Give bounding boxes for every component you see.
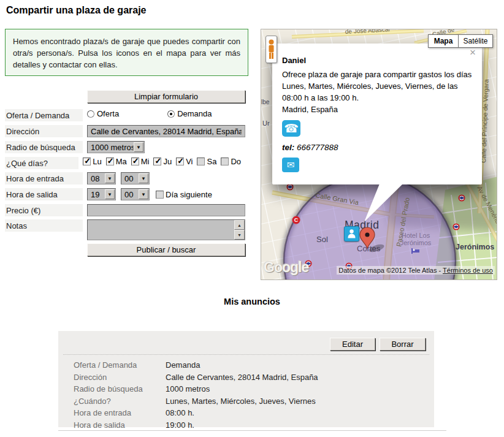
pegman-control[interactable]	[265, 36, 277, 63]
dia-siguiente-label: Día siguiente	[166, 190, 212, 199]
precio-input[interactable]	[87, 204, 245, 216]
oferta-radio[interactable]	[87, 110, 94, 118]
demanda-radio[interactable]	[167, 110, 175, 118]
svg-text:C: C	[294, 217, 299, 223]
que-dias-label: ¿Qué días?	[5, 157, 78, 169]
form-row: ¿Qué días? Lu Ma Mi Ju Vi Sa Do	[5, 157, 245, 169]
terms-link[interactable]: Términos de uso	[443, 267, 493, 274]
anuncio-row-value: Calle de Cervantes, 28014 Madrid, España	[166, 373, 318, 382]
publish-search-button[interactable]: Publicar / buscar	[87, 243, 245, 256]
google-map[interactable]: C de José Abascal Calle de Calle del Prí…	[261, 29, 497, 280]
dia-siguiente-checkbox[interactable]	[156, 191, 164, 199]
radio-busqueda-value: 1000 metros	[91, 143, 135, 152]
scrollbar[interactable]: ▲ ▼	[234, 220, 245, 240]
form-row: Precio (€)	[5, 204, 245, 216]
day-vi-label: Vi	[186, 157, 193, 166]
google-logo: Google	[264, 259, 308, 276]
place-label: Jerónimos	[456, 243, 494, 251]
day-lu-checkbox[interactable]	[83, 158, 91, 165]
page-title: Compartir una plaza de garaje	[6, 5, 147, 16]
anuncio-row-label: Radio de búsqueda	[74, 384, 166, 393]
anuncio-row-label: Hora de entrada	[74, 408, 166, 417]
day-do-label: Do	[231, 157, 241, 166]
info-window-body: Ofrece plaza de garaje para compartir ga…	[282, 69, 473, 104]
anuncio-row: DirecciónCalle de Cervantes, 28014 Madri…	[74, 371, 318, 384]
anuncio-row-value: Lunes, Martes, Miércoles, Jueves, Vierne…	[166, 397, 316, 406]
map-type-control: Mapa Satélite	[428, 34, 493, 48]
form-row: Hora de entrada 08 ▼ 00 ▼	[5, 172, 245, 184]
pegman-icon	[267, 39, 275, 60]
tel-label: tel:	[282, 143, 294, 152]
map-attribution: Datos de mapa ©2012 Tele Atlas - Término…	[337, 266, 495, 275]
attribution-text: Datos de mapa ©2012 Tele Atlas -	[338, 267, 443, 274]
map-type-mapa-button[interactable]: Mapa	[428, 34, 459, 48]
hora-entrada-hh-select[interactable]: 08 ▼	[87, 172, 116, 184]
direccion-input[interactable]	[87, 125, 245, 137]
map-type-satelite-button[interactable]: Satélite	[459, 34, 493, 48]
email-icon[interactable]: ✉	[282, 158, 299, 172]
hora-entrada-mm-value: 00	[124, 174, 133, 183]
chevron-down-icon[interactable]: ▼	[134, 142, 143, 152]
day-vi-checkbox[interactable]	[176, 158, 184, 165]
form-row: Oferta / Demanda Oferta Demanda	[5, 109, 245, 121]
close-icon[interactable]: ×	[470, 47, 476, 58]
anuncio-row-value: Demanda	[166, 360, 200, 370]
anuncio-row-label: Oferta / Demanda	[74, 360, 166, 370]
hora-salida-mm-value: 00	[124, 190, 133, 199]
radio-busqueda-label: Radio de búsqueda	[5, 141, 83, 153]
street-label: lbe	[261, 99, 270, 105]
offer-marker[interactable]	[344, 226, 359, 241]
day-lu-label: Lu	[93, 157, 101, 166]
day-ju-checkbox[interactable]	[153, 158, 161, 165]
scroll-down-icon[interactable]: ▼	[234, 230, 245, 240]
anuncio-row: ¿Cuándo?Lunes, Martes, Miércoles, Jueves…	[74, 395, 318, 408]
place-label: Sol	[316, 235, 328, 244]
info-window-tail	[359, 184, 408, 223]
anuncio-row: Hora de salida19:00 h.	[74, 419, 318, 431]
info-window: × Daniel Ofrece plaza de garaje para com…	[272, 44, 482, 184]
scroll-up-icon[interactable]: ▲	[234, 220, 245, 230]
anuncio-row-value: 08:00 h.	[166, 408, 194, 417]
oferta-radio-label[interactable]: Oferta	[97, 109, 119, 118]
form-row: Hora de salida 19 ▼ 00 ▼ Día siguiente	[5, 188, 245, 200]
notas-textarea[interactable]	[87, 219, 245, 240]
anuncio-row: Hora de entrada08:00 h.	[74, 407, 318, 419]
hora-entrada-hh-value: 08	[91, 174, 99, 183]
day-ma-checkbox[interactable]	[106, 158, 114, 165]
notas-label: Notas	[5, 219, 83, 232]
hora-entrada-mm-select[interactable]: 00 ▼	[121, 172, 150, 184]
phone-icon[interactable]: ☎	[282, 120, 300, 137]
anuncio-row-value: 1000 metros	[166, 384, 210, 393]
anuncio-panel: Editar Borrar Oferta / DemandaDemanda Di…	[58, 331, 434, 427]
garage-form: Limpiar formulario Oferta / Demanda Ofer…	[5, 89, 245, 260]
cercanias-icon: C	[292, 216, 300, 224]
delete-button[interactable]: Borrar	[380, 338, 426, 351]
chevron-down-icon[interactable]: ▼	[139, 189, 148, 199]
tel-value: 666777888	[297, 143, 338, 152]
street-label: Ur	[262, 120, 270, 127]
hora-salida-hh-value: 19	[91, 190, 99, 199]
day-sa-label: Sa	[207, 157, 216, 166]
day-sa-checkbox[interactable]	[197, 158, 205, 165]
hora-salida-mm-select[interactable]: 00 ▼	[121, 188, 150, 200]
chevron-down-icon[interactable]: ▼	[139, 173, 148, 183]
clear-form-button[interactable]: Limpiar formulario	[87, 90, 245, 103]
form-row: Notas ▲ ▼	[5, 219, 245, 240]
anuncio-row-label: ¿Cuándo?	[74, 397, 166, 406]
chevron-down-icon[interactable]: ▼	[105, 173, 115, 183]
bottom-divider	[58, 430, 446, 431]
poi-label: Jerónimos	[400, 239, 432, 246]
edit-button[interactable]: Editar	[330, 338, 375, 351]
day-mi-checkbox[interactable]	[131, 158, 139, 165]
page: Compartir una plaza de garaje Hemos enco…	[0, 0, 504, 437]
form-row: Dirección	[5, 125, 245, 137]
chevron-down-icon[interactable]: ▼	[105, 189, 115, 199]
anuncio-row-label: Hora de salida	[74, 420, 166, 430]
hora-salida-hh-select[interactable]: 19 ▼	[87, 188, 116, 200]
day-do-checkbox[interactable]	[221, 158, 229, 165]
oferta-demanda-label: Oferta / Demanda	[5, 109, 83, 121]
form-row: Radio de búsqueda 1000 metros ▼	[5, 141, 245, 153]
radio-busqueda-select[interactable]: 1000 metros ▼	[87, 141, 145, 153]
day-ju-label: Ju	[163, 157, 172, 166]
demanda-radio-label[interactable]: Demanda	[177, 109, 212, 118]
